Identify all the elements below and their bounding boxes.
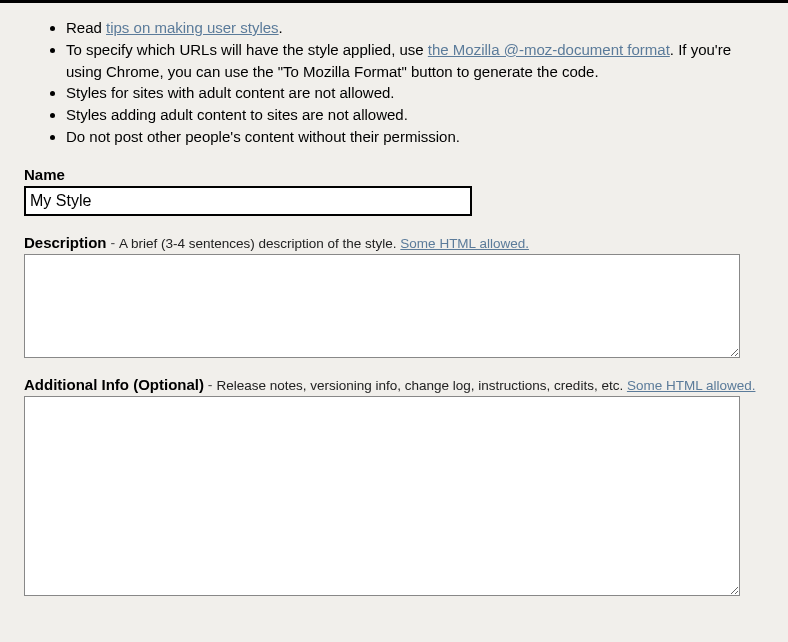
tip-item: Do not post other people's content witho… bbox=[66, 126, 764, 148]
tips-making-styles-link[interactable]: tips on making user styles bbox=[106, 19, 279, 36]
tip-text: Read bbox=[66, 19, 106, 36]
label-separator: - bbox=[107, 235, 119, 251]
additional-html-allowed-link[interactable]: Some HTML allowed. bbox=[627, 378, 756, 393]
description-label: Description bbox=[24, 234, 107, 251]
tip-text: Do not post other people's content witho… bbox=[66, 128, 460, 145]
label-separator: - bbox=[204, 377, 216, 393]
field-description: Description - A brief (3-4 sentences) de… bbox=[24, 234, 764, 358]
tip-item: Styles adding adult content to sites are… bbox=[66, 104, 764, 126]
description-textarea[interactable] bbox=[24, 254, 740, 358]
name-label: Name bbox=[24, 166, 65, 183]
tip-text: Styles for sites with adult content are … bbox=[66, 84, 395, 101]
tip-item: To specify which URLs will have the styl… bbox=[66, 39, 764, 83]
tip-item: Styles for sites with adult content are … bbox=[66, 82, 764, 104]
tip-text: To specify which URLs will have the styl… bbox=[66, 41, 428, 58]
name-input[interactable] bbox=[24, 186, 472, 216]
tip-text: . bbox=[279, 19, 283, 36]
additional-textarea[interactable] bbox=[24, 396, 740, 596]
moz-document-format-link[interactable]: the Mozilla @-moz-document format bbox=[428, 41, 670, 58]
additional-label: Additional Info (Optional) bbox=[24, 376, 204, 393]
tip-item: Read tips on making user styles. bbox=[66, 17, 764, 39]
description-hint: A brief (3-4 sentences) description of t… bbox=[119, 236, 400, 251]
field-additional: Additional Info (Optional) - Release not… bbox=[24, 376, 764, 596]
additional-hint: Release notes, versioning info, change l… bbox=[216, 378, 626, 393]
field-name: Name bbox=[24, 166, 764, 216]
description-html-allowed-link[interactable]: Some HTML allowed. bbox=[400, 236, 529, 251]
tip-text: Styles adding adult content to sites are… bbox=[66, 106, 408, 123]
tips-list: Read tips on making user styles. To spec… bbox=[24, 17, 764, 148]
